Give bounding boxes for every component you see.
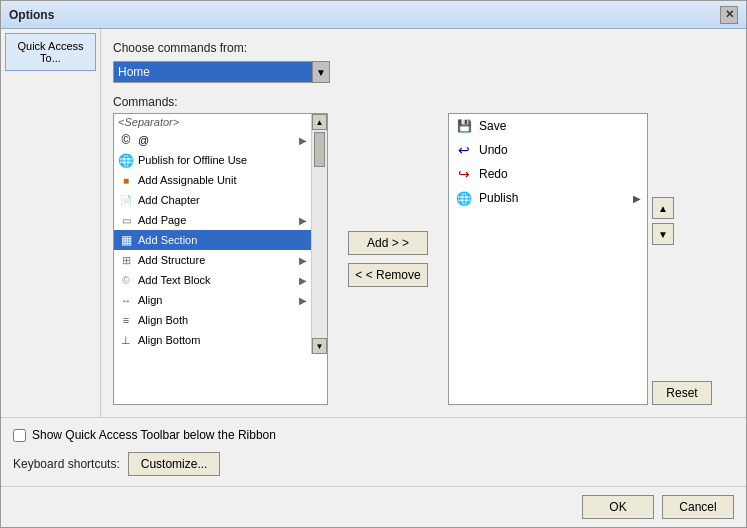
commands-section: <Separator> © @ ▶ 🌐 Publish for Offline … bbox=[113, 113, 734, 405]
right-section: 💾 Save ↩ Undo ↪ Redo bbox=[448, 113, 712, 405]
add-chapter-icon: 📄 bbox=[118, 192, 134, 208]
scroll-thumb[interactable] bbox=[314, 132, 325, 167]
cmd-label: Align Both bbox=[138, 314, 188, 326]
right-item-label: Redo bbox=[479, 167, 508, 181]
list-item[interactable]: ↔ Align ▶ bbox=[114, 290, 311, 310]
cmd-label: Add Text Block bbox=[138, 274, 211, 286]
cmd-label: Add Chapter bbox=[138, 194, 200, 206]
cmd-label: @ bbox=[138, 134, 149, 146]
right-item-label: Save bbox=[479, 119, 506, 133]
left-sidebar: Quick Access To... bbox=[1, 29, 101, 417]
at-icon: © bbox=[118, 132, 134, 148]
right-list-item[interactable]: ↩ Undo bbox=[449, 138, 647, 162]
remove-button[interactable]: < < Remove bbox=[348, 263, 428, 287]
arrow-icon: ▶ bbox=[299, 275, 307, 286]
reset-button[interactable]: Reset bbox=[652, 381, 712, 405]
commands-dropdown[interactable]: Home bbox=[113, 61, 313, 83]
scroll-down-btn[interactable]: ▼ bbox=[312, 338, 327, 354]
arrow-icon: ▶ bbox=[299, 295, 307, 306]
redo-icon: ↪ bbox=[455, 165, 473, 183]
dialog-title: Options bbox=[9, 8, 54, 22]
middle-buttons: Add > > < < Remove bbox=[340, 113, 436, 405]
choose-label: Choose commands from: bbox=[113, 41, 734, 55]
align-center-icon: ⊡ bbox=[118, 352, 134, 354]
ok-button[interactable]: OK bbox=[582, 495, 654, 519]
main-content: Choose commands from: Home ▼ Commands: <… bbox=[101, 29, 746, 417]
bottom-section: Show Quick Access Toolbar below the Ribb… bbox=[1, 417, 746, 486]
list-item-selected[interactable]: ▦ Add Section bbox=[114, 230, 311, 250]
publish-arrow-icon: ▶ bbox=[633, 193, 641, 204]
commands-list-wrapper: <Separator> © @ ▶ 🌐 Publish for Offline … bbox=[113, 113, 328, 405]
list-item[interactable]: © Add Text Block ▶ bbox=[114, 270, 311, 290]
add-section-icon: ▦ bbox=[118, 232, 134, 248]
align-both-icon: ≡ bbox=[118, 312, 134, 328]
show-toolbar-checkbox[interactable] bbox=[13, 429, 26, 442]
commands-list[interactable]: <Separator> © @ ▶ 🌐 Publish for Offline … bbox=[114, 114, 311, 354]
keyboard-label: Keyboard shortcuts: bbox=[13, 457, 120, 471]
customize-button[interactable]: Customize... bbox=[128, 452, 221, 476]
save-icon: 💾 bbox=[455, 117, 473, 135]
add-structure-icon: ⊞ bbox=[118, 252, 134, 268]
move-down-btn[interactable]: ▼ bbox=[652, 223, 674, 245]
options-dialog: Options ✕ Quick Access To... Choose comm… bbox=[0, 0, 747, 528]
publish-offline-icon: 🌐 bbox=[118, 152, 134, 168]
dropdown-row: Home ▼ bbox=[113, 61, 734, 83]
cancel-button[interactable]: Cancel bbox=[662, 495, 734, 519]
add-button[interactable]: Add > > bbox=[348, 231, 428, 255]
checkbox-row: Show Quick Access Toolbar below the Ribb… bbox=[13, 428, 734, 442]
right-list[interactable]: 💾 Save ↩ Undo ↪ Redo bbox=[449, 114, 647, 404]
list-scrollbar[interactable]: ▲ ▼ bbox=[311, 114, 327, 354]
right-controls: ▲ ▼ Reset bbox=[652, 113, 712, 405]
show-toolbar-label: Show Quick Access Toolbar below the Ribb… bbox=[32, 428, 276, 442]
add-textblock-icon: © bbox=[118, 272, 134, 288]
close-button[interactable]: ✕ bbox=[720, 6, 738, 24]
scroll-track bbox=[312, 130, 327, 338]
align-icon: ↔ bbox=[118, 292, 134, 308]
list-item[interactable]: 📄 Add Chapter bbox=[114, 190, 311, 210]
list-item[interactable]: 🌐 Publish for Offline Use bbox=[114, 150, 311, 170]
commands-inner: <Separator> © @ ▶ 🌐 Publish for Offline … bbox=[114, 114, 327, 354]
add-assignable-icon: ■ bbox=[118, 172, 134, 188]
cmd-label: Publish for Offline Use bbox=[138, 154, 247, 166]
cmd-label: Add Section bbox=[138, 234, 197, 246]
publish-icon: 🌐 bbox=[455, 189, 473, 207]
title-bar: Options ✕ bbox=[1, 1, 746, 29]
list-item[interactable]: ⊞ Add Structure ▶ bbox=[114, 250, 311, 270]
cmd-label: Align bbox=[138, 294, 162, 306]
move-up-btn[interactable]: ▲ bbox=[652, 197, 674, 219]
right-item-label: Publish bbox=[479, 191, 518, 205]
right-list-item[interactable]: ↪ Redo bbox=[449, 162, 647, 186]
dropdown-value: Home bbox=[118, 65, 150, 79]
commands-label: Commands: bbox=[113, 95, 734, 109]
right-list-item[interactable]: 💾 Save bbox=[449, 114, 647, 138]
cmd-label: Add Structure bbox=[138, 254, 205, 266]
arrow-icon: ▶ bbox=[299, 215, 307, 226]
list-item[interactable]: ≡ Align Both bbox=[114, 310, 311, 330]
right-list-item[interactable]: 🌐 Publish ▶ bbox=[449, 186, 647, 210]
scroll-up-btn[interactable]: ▲ bbox=[312, 114, 327, 130]
arrow-icon: ▶ bbox=[299, 255, 307, 266]
keyboard-row: Keyboard shortcuts: Customize... bbox=[13, 452, 734, 476]
list-item[interactable]: ⊡ Align Center bbox=[114, 350, 311, 354]
list-item[interactable]: ⊥ Align Bottom bbox=[114, 330, 311, 350]
cmd-label: Align Bottom bbox=[138, 334, 200, 346]
add-page-icon: ▭ bbox=[118, 212, 134, 228]
right-list-container: 💾 Save ↩ Undo ↪ Redo bbox=[448, 113, 648, 405]
arrow-icon: ▶ bbox=[299, 135, 307, 146]
cmd-label: Add Page bbox=[138, 214, 186, 226]
undo-icon: ↩ bbox=[455, 141, 473, 159]
list-item[interactable]: ■ Add Assignable Unit bbox=[114, 170, 311, 190]
separator-item: <Separator> bbox=[114, 114, 311, 130]
dialog-footer: OK Cancel bbox=[1, 486, 746, 527]
list-item[interactable]: © @ ▶ bbox=[114, 130, 311, 150]
list-item[interactable]: ▭ Add Page ▶ bbox=[114, 210, 311, 230]
right-item-label: Undo bbox=[479, 143, 508, 157]
align-bottom-icon: ⊥ bbox=[118, 332, 134, 348]
cmd-label: Add Assignable Unit bbox=[138, 174, 236, 186]
dialog-body: Quick Access To... Choose commands from:… bbox=[1, 29, 746, 417]
sidebar-item-quickaccess[interactable]: Quick Access To... bbox=[5, 33, 96, 71]
dropdown-arrow-btn[interactable]: ▼ bbox=[312, 61, 330, 83]
